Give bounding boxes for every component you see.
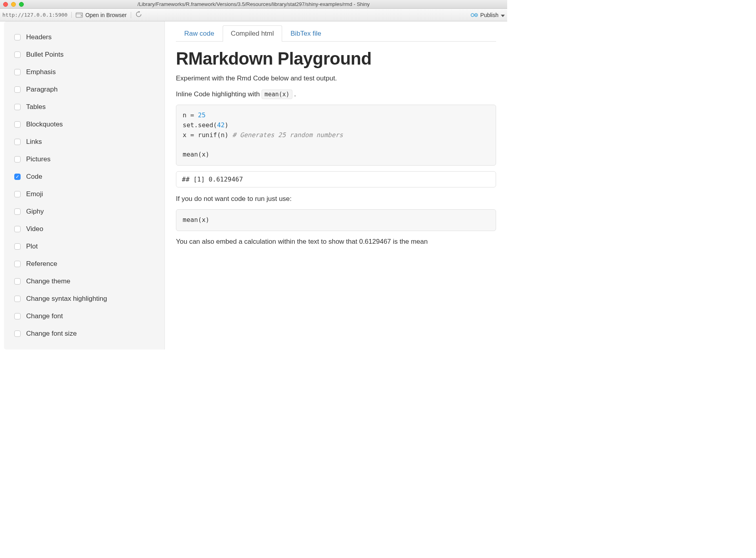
publish-button[interactable]: Publish xyxy=(471,12,505,18)
inline-code-text: Inline Code highlighting with mean(x) . xyxy=(176,89,496,99)
publish-label: Publish xyxy=(480,12,498,18)
sidebar-item-links[interactable]: Links xyxy=(8,133,160,151)
sidebar-item-label: Paragraph xyxy=(26,86,57,94)
output-block: ## [1] 0.6129467 xyxy=(176,171,496,187)
sidebar-item-tables[interactable]: Tables xyxy=(8,98,160,116)
sidebar-item-label: Video xyxy=(26,225,43,233)
sidebar-item-blockquotes[interactable]: Blockquotes xyxy=(8,116,160,133)
checkbox-icon[interactable] xyxy=(14,86,21,93)
sidebar-item-label: Code xyxy=(26,173,42,181)
intro-text: Experiment with the Rmd Code below and t… xyxy=(176,73,496,84)
url-text: http://127.0.0.1:5900 xyxy=(2,12,72,18)
main-content: Raw code Compiled html BibTex file RMark… xyxy=(165,21,507,350)
sidebar-item-plot[interactable]: Plot xyxy=(8,238,160,255)
sidebar-item-label: Headers xyxy=(26,33,52,41)
sidebar: HeadersBullet PointsEmphasisParagraphTab… xyxy=(4,21,165,350)
no-run-text: If you do not want code to run just use: xyxy=(176,194,496,204)
checkbox-icon[interactable] xyxy=(14,104,21,110)
open-in-browser-label: Open in Browser xyxy=(85,12,126,18)
checkbox-icon[interactable] xyxy=(14,261,21,267)
sidebar-item-headers[interactable]: Headers xyxy=(8,29,160,46)
sidebar-item-label: Change font xyxy=(26,312,63,320)
code-block-1: n = 25 set.seed(42) x = runif(n) # Gener… xyxy=(176,105,496,166)
sidebar-item-label: Change font size xyxy=(26,330,77,338)
checkbox-icon[interactable] xyxy=(14,243,21,250)
embed-calc-text: You can also embed a calculation within … xyxy=(176,237,496,247)
sidebar-item-label: Links xyxy=(26,138,42,146)
sidebar-item-label: Change theme xyxy=(26,277,71,285)
code-block-2: mean(x) xyxy=(176,209,496,231)
sidebar-item-emphasis[interactable]: Emphasis xyxy=(8,63,160,81)
tab-bibtex[interactable]: BibTex file xyxy=(282,25,329,42)
checkbox-icon[interactable] xyxy=(14,156,21,162)
sidebar-item-label: Bullet Points xyxy=(26,51,64,59)
sidebar-item-change-syntax-highlighting[interactable]: Change syntax highlighting xyxy=(8,290,160,308)
sidebar-item-giphy[interactable]: Giphy xyxy=(8,203,160,220)
publish-icon xyxy=(471,12,478,18)
checkbox-icon[interactable] xyxy=(14,121,21,128)
checkbox-icon[interactable] xyxy=(14,191,21,197)
sidebar-item-label: Reference xyxy=(26,260,57,268)
refresh-button[interactable] xyxy=(135,11,142,19)
sidebar-item-label: Emoji xyxy=(26,190,43,198)
checkbox-icon[interactable] xyxy=(14,34,21,40)
tab-compiled-html[interactable]: Compiled html xyxy=(223,25,283,42)
tabs: Raw code Compiled html BibTex file xyxy=(176,25,496,42)
sidebar-item-label: Emphasis xyxy=(26,68,56,76)
checkbox-icon[interactable] xyxy=(14,226,21,232)
checkbox-icon[interactable] xyxy=(14,278,21,285)
checkbox-icon[interactable] xyxy=(14,313,21,319)
sidebar-item-paragraph[interactable]: Paragraph xyxy=(8,81,160,98)
sidebar-item-video[interactable]: Video xyxy=(8,220,160,238)
checkbox-icon[interactable] xyxy=(14,52,21,58)
sidebar-item-change-font[interactable]: Change font xyxy=(8,308,160,325)
inline-code: mean(x) xyxy=(262,90,292,99)
sidebar-item-code[interactable]: Code xyxy=(8,168,160,185)
sidebar-item-change-font-size[interactable]: Change font size xyxy=(8,325,160,342)
sidebar-item-pictures[interactable]: Pictures xyxy=(8,151,160,168)
sidebar-item-bullet-points[interactable]: Bullet Points xyxy=(8,46,160,63)
checkbox-icon[interactable] xyxy=(14,69,21,75)
chevron-down-icon xyxy=(501,12,505,18)
sidebar-item-label: Plot xyxy=(26,243,38,250)
sidebar-item-change-theme[interactable]: Change theme xyxy=(8,273,160,290)
window-titlebar[interactable]: /Library/Frameworks/R.framework/Versions… xyxy=(0,0,507,9)
sidebar-item-label: Pictures xyxy=(26,155,50,163)
svg-rect-0 xyxy=(76,13,83,17)
sidebar-item-label: Giphy xyxy=(26,208,44,216)
checkbox-icon[interactable] xyxy=(14,331,21,337)
checkbox-icon[interactable] xyxy=(14,208,21,215)
sidebar-item-emoji[interactable]: Emoji xyxy=(8,185,160,203)
code-comment: # Generates 25 random numbers xyxy=(232,131,343,139)
open-in-browser-button[interactable]: Open in Browser xyxy=(76,12,131,18)
code-n-val: 25 xyxy=(198,111,206,119)
window-title: /Library/Frameworks/R.framework/Versions… xyxy=(0,1,507,7)
sidebar-item-reference[interactable]: Reference xyxy=(8,255,160,273)
toolbar: http://127.0.0.1:5900 Open in Browser Pu… xyxy=(0,9,507,21)
sidebar-item-label: Blockquotes xyxy=(26,120,63,128)
svg-point-2 xyxy=(471,13,474,17)
sidebar-item-label: Change syntax highlighting xyxy=(26,295,107,303)
tab-raw-code[interactable]: Raw code xyxy=(176,25,223,42)
page-title: RMarkdown Playground xyxy=(176,49,496,69)
checkbox-icon[interactable] xyxy=(14,174,21,180)
browser-icon xyxy=(76,12,83,18)
code-seed-val: 42 xyxy=(217,121,225,129)
refresh-icon xyxy=(135,11,142,18)
checkbox-icon[interactable] xyxy=(14,139,21,145)
inline-suffix: . xyxy=(292,90,296,98)
svg-point-4 xyxy=(475,14,477,15)
sidebar-item-label: Tables xyxy=(26,103,46,111)
checkbox-icon[interactable] xyxy=(14,296,21,302)
inline-prefix: Inline Code highlighting with xyxy=(176,90,262,98)
